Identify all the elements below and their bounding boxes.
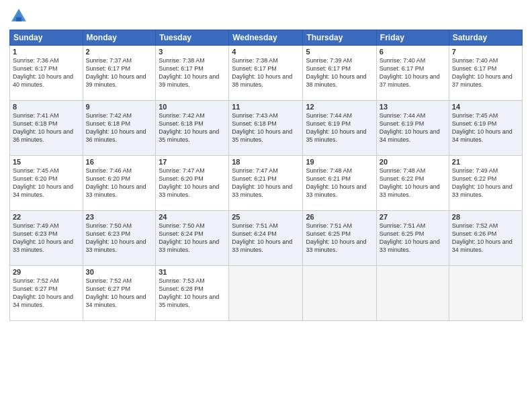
day-info: Sunrise: 7:48 AMSunset: 6:21 PMDaylight:… xyxy=(306,167,373,199)
day-number: 4 xyxy=(232,48,300,56)
day-info: Sunrise: 7:42 AMSunset: 6:18 PMDaylight:… xyxy=(86,111,153,144)
calendar-cell: 26Sunrise: 7:51 AMSunset: 6:25 PMDayligh… xyxy=(303,211,376,266)
calendar-cell: 1Sunrise: 7:36 AMSunset: 6:17 PMDaylight… xyxy=(10,46,83,101)
day-number: 17 xyxy=(159,158,226,166)
col-monday: Monday xyxy=(83,30,156,46)
day-number: 12 xyxy=(306,103,373,111)
calendar-cell xyxy=(229,266,303,321)
day-number: 5 xyxy=(306,48,373,56)
col-sunday: Sunday xyxy=(10,30,83,46)
day-info: Sunrise: 7:50 AMSunset: 6:23 PMDaylight:… xyxy=(86,222,153,255)
page: Sunday Monday Tuesday Wednesday Thursday… xyxy=(0,0,532,411)
day-info: Sunrise: 7:42 AMSunset: 6:18 PMDaylight:… xyxy=(159,111,226,144)
calendar-cell: 19Sunrise: 7:48 AMSunset: 6:21 PMDayligh… xyxy=(303,156,376,211)
calendar-cell: 4Sunrise: 7:38 AMSunset: 6:17 PMDaylight… xyxy=(229,46,303,101)
calendar-week-2: 8Sunrise: 7:41 AMSunset: 6:18 PMDaylight… xyxy=(10,101,523,156)
calendar-cell xyxy=(303,266,376,321)
day-number: 27 xyxy=(380,213,446,221)
header xyxy=(9,7,523,26)
logo-icon xyxy=(9,7,28,26)
col-thursday: Thursday xyxy=(303,30,376,46)
header-row: Sunday Monday Tuesday Wednesday Thursday… xyxy=(10,30,523,46)
calendar-cell: 13Sunrise: 7:44 AMSunset: 6:19 PMDayligh… xyxy=(376,101,449,156)
calendar-week-4: 22Sunrise: 7:49 AMSunset: 6:23 PMDayligh… xyxy=(10,211,523,266)
calendar-cell: 3Sunrise: 7:38 AMSunset: 6:17 PMDaylight… xyxy=(156,46,229,101)
calendar-cell: 6Sunrise: 7:40 AMSunset: 6:17 PMDaylight… xyxy=(376,46,449,101)
day-number: 21 xyxy=(452,158,519,166)
day-number: 30 xyxy=(86,268,153,276)
calendar-cell: 5Sunrise: 7:39 AMSunset: 6:17 PMDaylight… xyxy=(303,46,376,101)
day-number: 25 xyxy=(232,213,300,221)
calendar-cell: 24Sunrise: 7:50 AMSunset: 6:24 PMDayligh… xyxy=(156,211,229,266)
day-number: 11 xyxy=(232,103,300,111)
day-info: Sunrise: 7:39 AMSunset: 6:17 PMDaylight:… xyxy=(306,56,373,89)
calendar-cell: 11Sunrise: 7:43 AMSunset: 6:18 PMDayligh… xyxy=(229,101,303,156)
day-number: 19 xyxy=(306,158,373,166)
calendar-cell: 9Sunrise: 7:42 AMSunset: 6:18 PMDaylight… xyxy=(83,101,156,156)
day-info: Sunrise: 7:36 AMSunset: 6:17 PMDaylight:… xyxy=(13,56,80,89)
col-friday: Friday xyxy=(376,30,449,46)
day-info: Sunrise: 7:37 AMSunset: 6:17 PMDaylight:… xyxy=(86,56,153,89)
day-number: 9 xyxy=(86,103,153,111)
calendar-week-5: 29Sunrise: 7:52 AMSunset: 6:27 PMDayligh… xyxy=(10,266,523,321)
day-number: 23 xyxy=(86,213,153,221)
calendar-cell: 17Sunrise: 7:47 AMSunset: 6:20 PMDayligh… xyxy=(156,156,229,211)
day-number: 7 xyxy=(452,48,519,56)
calendar-cell: 16Sunrise: 7:46 AMSunset: 6:20 PMDayligh… xyxy=(83,156,156,211)
calendar-cell: 2Sunrise: 7:37 AMSunset: 6:17 PMDaylight… xyxy=(83,46,156,101)
calendar-week-1: 1Sunrise: 7:36 AMSunset: 6:17 PMDaylight… xyxy=(10,46,523,101)
day-number: 24 xyxy=(159,213,226,221)
col-wednesday: Wednesday xyxy=(229,30,303,46)
calendar-cell: 30Sunrise: 7:52 AMSunset: 6:27 PMDayligh… xyxy=(83,266,156,321)
day-number: 14 xyxy=(452,103,519,111)
day-info: Sunrise: 7:41 AMSunset: 6:18 PMDaylight:… xyxy=(13,111,80,144)
calendar-cell: 28Sunrise: 7:52 AMSunset: 6:26 PMDayligh… xyxy=(449,211,522,266)
logo xyxy=(9,7,31,26)
day-number: 8 xyxy=(13,103,80,111)
calendar-cell: 8Sunrise: 7:41 AMSunset: 6:18 PMDaylight… xyxy=(10,101,83,156)
day-info: Sunrise: 7:49 AMSunset: 6:22 PMDaylight:… xyxy=(452,167,519,199)
calendar-cell: 10Sunrise: 7:42 AMSunset: 6:18 PMDayligh… xyxy=(156,101,229,156)
day-number: 31 xyxy=(159,268,226,276)
day-info: Sunrise: 7:51 AMSunset: 6:25 PMDaylight:… xyxy=(306,222,373,255)
calendar-week-3: 15Sunrise: 7:45 AMSunset: 6:20 PMDayligh… xyxy=(10,156,523,211)
day-number: 3 xyxy=(159,48,226,56)
day-info: Sunrise: 7:49 AMSunset: 6:23 PMDaylight:… xyxy=(13,222,80,255)
calendar-cell: 29Sunrise: 7:52 AMSunset: 6:27 PMDayligh… xyxy=(10,266,83,321)
calendar-cell: 12Sunrise: 7:44 AMSunset: 6:19 PMDayligh… xyxy=(303,101,376,156)
day-info: Sunrise: 7:50 AMSunset: 6:24 PMDaylight:… xyxy=(159,222,226,255)
day-info: Sunrise: 7:44 AMSunset: 6:19 PMDaylight:… xyxy=(306,111,373,144)
day-info: Sunrise: 7:45 AMSunset: 6:19 PMDaylight:… xyxy=(452,111,519,144)
day-number: 29 xyxy=(13,268,80,276)
day-info: Sunrise: 7:44 AMSunset: 6:19 PMDaylight:… xyxy=(380,111,446,144)
calendar-cell: 22Sunrise: 7:49 AMSunset: 6:23 PMDayligh… xyxy=(10,211,83,266)
day-info: Sunrise: 7:52 AMSunset: 6:26 PMDaylight:… xyxy=(452,222,519,255)
day-number: 2 xyxy=(86,48,153,56)
day-info: Sunrise: 7:40 AMSunset: 6:17 PMDaylight:… xyxy=(380,56,446,89)
calendar-cell: 15Sunrise: 7:45 AMSunset: 6:20 PMDayligh… xyxy=(10,156,83,211)
day-number: 13 xyxy=(380,103,446,111)
calendar-cell: 7Sunrise: 7:40 AMSunset: 6:17 PMDaylight… xyxy=(449,46,522,101)
day-info: Sunrise: 7:51 AMSunset: 6:24 PMDaylight:… xyxy=(232,222,300,255)
day-info: Sunrise: 7:43 AMSunset: 6:18 PMDaylight:… xyxy=(232,111,300,144)
day-info: Sunrise: 7:52 AMSunset: 6:27 PMDaylight:… xyxy=(86,277,153,310)
day-number: 18 xyxy=(232,158,300,166)
calendar-cell: 31Sunrise: 7:53 AMSunset: 6:28 PMDayligh… xyxy=(156,266,229,321)
calendar-cell: 21Sunrise: 7:49 AMSunset: 6:22 PMDayligh… xyxy=(449,156,522,211)
day-info: Sunrise: 7:38 AMSunset: 6:17 PMDaylight:… xyxy=(159,56,226,89)
day-number: 20 xyxy=(380,158,446,166)
day-number: 22 xyxy=(13,213,80,221)
day-info: Sunrise: 7:47 AMSunset: 6:20 PMDaylight:… xyxy=(159,167,226,199)
col-saturday: Saturday xyxy=(449,30,522,46)
day-info: Sunrise: 7:53 AMSunset: 6:28 PMDaylight:… xyxy=(159,277,226,310)
day-info: Sunrise: 7:47 AMSunset: 6:21 PMDaylight:… xyxy=(232,167,300,199)
day-info: Sunrise: 7:48 AMSunset: 6:22 PMDaylight:… xyxy=(380,167,446,199)
day-number: 15 xyxy=(13,158,80,166)
svg-rect-2 xyxy=(16,17,21,21)
calendar-table: Sunday Monday Tuesday Wednesday Thursday… xyxy=(9,30,523,321)
day-number: 26 xyxy=(306,213,373,221)
day-number: 6 xyxy=(380,48,446,56)
day-info: Sunrise: 7:52 AMSunset: 6:27 PMDaylight:… xyxy=(13,277,80,310)
day-number: 16 xyxy=(86,158,153,166)
calendar-cell: 23Sunrise: 7:50 AMSunset: 6:23 PMDayligh… xyxy=(83,211,156,266)
